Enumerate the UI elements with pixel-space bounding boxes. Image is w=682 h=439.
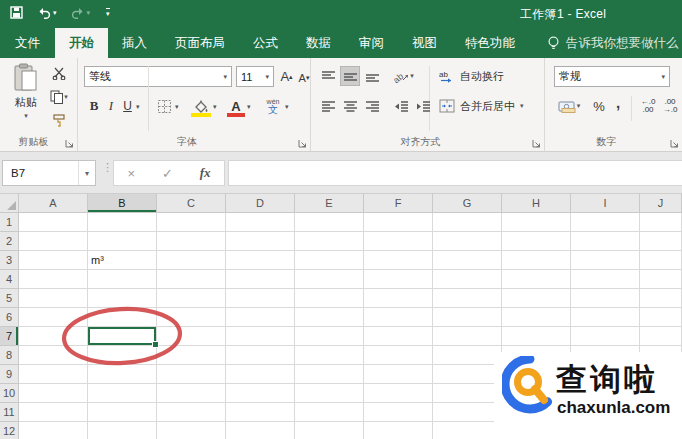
cell-I2[interactable] (571, 232, 640, 251)
cell-J1[interactable] (640, 213, 682, 232)
cell-G4[interactable] (433, 270, 502, 289)
accounting-dropdown-icon[interactable]: ▾ (577, 102, 581, 110)
row-header-8[interactable]: 8 (0, 346, 19, 365)
cell-I7[interactable] (571, 327, 640, 346)
cell-G12[interactable] (433, 422, 502, 439)
cell-E6[interactable] (295, 308, 364, 327)
paste-button[interactable]: 粘贴 ▾ (6, 63, 46, 131)
cell-A10[interactable] (19, 384, 88, 403)
merge-center-button[interactable]: 合并后居中 ▾ (439, 96, 543, 116)
cell-A12[interactable] (19, 422, 88, 439)
cell-B4[interactable] (88, 270, 157, 289)
cell-E4[interactable] (295, 270, 364, 289)
align-middle-button[interactable] (340, 66, 360, 86)
font-name-dropdown-icon[interactable]: ▾ (223, 73, 227, 81)
cell-G11[interactable] (433, 403, 502, 422)
tab-page-layout[interactable]: 页面布局 (161, 28, 239, 58)
cell-B11[interactable] (88, 403, 157, 422)
font-color-button[interactable]: A (226, 95, 246, 117)
borders-dropdown-icon[interactable]: ▾ (175, 103, 179, 111)
number-dialog-launcher[interactable] (670, 139, 679, 148)
column-header-G[interactable]: G (433, 194, 502, 213)
cell-B6[interactable] (88, 308, 157, 327)
cut-button[interactable] (48, 64, 70, 82)
column-header-J[interactable]: J (640, 194, 682, 213)
decrease-decimal-button[interactable]: .00 →.0 (659, 96, 681, 116)
cell-I3[interactable] (571, 251, 640, 270)
cell-C12[interactable] (157, 422, 226, 439)
cell-D11[interactable] (226, 403, 295, 422)
tab-review[interactable]: 审阅 (345, 28, 398, 58)
cell-E3[interactable] (295, 251, 364, 270)
column-header-D[interactable]: D (226, 194, 295, 213)
cell-G2[interactable] (433, 232, 502, 251)
cell-D10[interactable] (226, 384, 295, 403)
cell-H4[interactable] (502, 270, 571, 289)
borders-button[interactable] (154, 96, 174, 116)
cell-C10[interactable] (157, 384, 226, 403)
cell-H2[interactable] (502, 232, 571, 251)
align-right-button[interactable] (362, 96, 382, 116)
cell-E1[interactable] (295, 213, 364, 232)
underline-dropdown-icon[interactable]: ▾ (136, 103, 140, 111)
number-format-select[interactable]: 常规 ▾ (554, 66, 670, 87)
save-button[interactable] (8, 4, 25, 21)
cell-C2[interactable] (157, 232, 226, 251)
column-header-E[interactable]: E (295, 194, 364, 213)
cell-G10[interactable] (433, 384, 502, 403)
cell-G5[interactable] (433, 289, 502, 308)
underline-button[interactable]: U (120, 96, 135, 116)
qat-customize-button[interactable]: ▾ (102, 6, 112, 20)
number-format-dropdown-icon[interactable]: ▾ (661, 73, 665, 81)
cell-B10[interactable] (88, 384, 157, 403)
decrease-indent-button[interactable] (391, 96, 411, 116)
italic-button[interactable]: I (104, 96, 118, 116)
cell-D3[interactable] (226, 251, 295, 270)
insert-function-button[interactable]: fx (200, 165, 211, 181)
name-box[interactable]: B7 ▾ (2, 160, 96, 186)
phonetic-guide-button[interactable]: wén 文 (262, 94, 284, 118)
cell-E12[interactable] (295, 422, 364, 439)
cell-F1[interactable] (364, 213, 433, 232)
cell-D1[interactable] (226, 213, 295, 232)
tab-home[interactable]: 开始 (55, 28, 108, 58)
cell-A6[interactable] (19, 308, 88, 327)
align-top-button[interactable] (318, 66, 338, 86)
increase-decimal-button[interactable]: ←.0 .00 (637, 96, 659, 116)
cell-H3[interactable] (502, 251, 571, 270)
cell-F9[interactable] (364, 365, 433, 384)
font-size-dropdown-icon[interactable]: ▾ (265, 73, 269, 81)
name-box-dropdown-icon[interactable]: ▾ (78, 161, 95, 185)
percent-button[interactable]: % (590, 96, 608, 116)
font-name-select[interactable]: 等线 ▾ (84, 66, 232, 87)
cell-J3[interactable] (640, 251, 682, 270)
select-all-button[interactable] (0, 194, 19, 213)
cell-C9[interactable] (157, 365, 226, 384)
column-header-B[interactable]: B (88, 194, 157, 213)
font-size-select[interactable]: 11 ▾ (236, 66, 274, 87)
cell-D9[interactable] (226, 365, 295, 384)
cell-F7[interactable] (364, 327, 433, 346)
cell-C7[interactable] (157, 327, 226, 346)
cell-G7[interactable] (433, 327, 502, 346)
row-header-2[interactable]: 2 (0, 232, 19, 251)
cell-C6[interactable] (157, 308, 226, 327)
row-header-7[interactable]: 7 (0, 327, 19, 346)
merge-center-dropdown-icon[interactable]: ▾ (520, 102, 524, 110)
row-header-5[interactable]: 5 (0, 289, 19, 308)
font-color-dropdown-icon[interactable]: ▾ (247, 103, 251, 111)
cell-A9[interactable] (19, 365, 88, 384)
clipboard-dialog-launcher[interactable] (65, 139, 74, 148)
cell-E10[interactable] (295, 384, 364, 403)
cell-F11[interactable] (364, 403, 433, 422)
cell-J7[interactable] (640, 327, 682, 346)
undo-button[interactable]: ▾ (35, 5, 59, 21)
tab-insert[interactable]: 插入 (108, 28, 161, 58)
cell-F5[interactable] (364, 289, 433, 308)
font-dialog-launcher[interactable] (298, 139, 307, 148)
decrease-font-button[interactable]: A▾ (296, 68, 312, 87)
align-left-button[interactable] (318, 96, 338, 116)
orientation-dropdown-icon[interactable]: ▾ (410, 72, 414, 80)
cell-J5[interactable] (640, 289, 682, 308)
cell-A4[interactable] (19, 270, 88, 289)
